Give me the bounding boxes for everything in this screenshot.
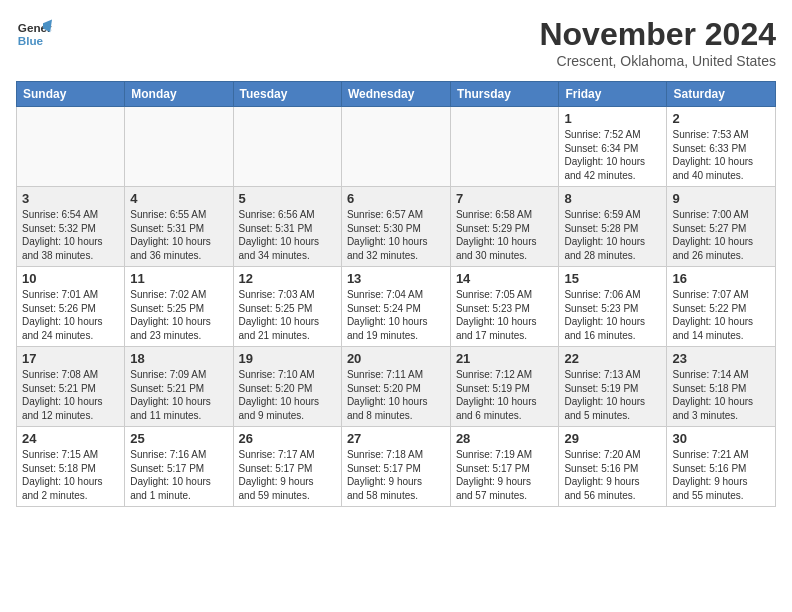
day-number: 18	[130, 351, 227, 366]
calendar-row-3: 17Sunrise: 7:08 AM Sunset: 5:21 PM Dayli…	[17, 347, 776, 427]
calendar-row-2: 10Sunrise: 7:01 AM Sunset: 5:26 PM Dayli…	[17, 267, 776, 347]
day-number: 16	[672, 271, 770, 286]
day-info: Sunrise: 6:55 AM Sunset: 5:31 PM Dayligh…	[130, 208, 227, 262]
day-number: 14	[456, 271, 554, 286]
day-number: 28	[456, 431, 554, 446]
calendar-cell: 28Sunrise: 7:19 AM Sunset: 5:17 PM Dayli…	[450, 427, 559, 507]
calendar-cell: 20Sunrise: 7:11 AM Sunset: 5:20 PM Dayli…	[341, 347, 450, 427]
day-number: 10	[22, 271, 119, 286]
day-number: 24	[22, 431, 119, 446]
day-number: 30	[672, 431, 770, 446]
day-info: Sunrise: 7:15 AM Sunset: 5:18 PM Dayligh…	[22, 448, 119, 502]
day-number: 11	[130, 271, 227, 286]
day-info: Sunrise: 7:52 AM Sunset: 6:34 PM Dayligh…	[564, 128, 661, 182]
calendar-cell: 5Sunrise: 6:56 AM Sunset: 5:31 PM Daylig…	[233, 187, 341, 267]
calendar-cell: 23Sunrise: 7:14 AM Sunset: 5:18 PM Dayli…	[667, 347, 776, 427]
calendar-cell: 6Sunrise: 6:57 AM Sunset: 5:30 PM Daylig…	[341, 187, 450, 267]
calendar-cell: 8Sunrise: 6:59 AM Sunset: 5:28 PM Daylig…	[559, 187, 667, 267]
calendar-cell: 30Sunrise: 7:21 AM Sunset: 5:16 PM Dayli…	[667, 427, 776, 507]
weekday-header-tuesday: Tuesday	[233, 82, 341, 107]
calendar: SundayMondayTuesdayWednesdayThursdayFrid…	[16, 81, 776, 507]
day-info: Sunrise: 7:20 AM Sunset: 5:16 PM Dayligh…	[564, 448, 661, 502]
page-header: General Blue November 2024 Crescent, Okl…	[16, 16, 776, 69]
calendar-cell: 10Sunrise: 7:01 AM Sunset: 5:26 PM Dayli…	[17, 267, 125, 347]
calendar-cell: 17Sunrise: 7:08 AM Sunset: 5:21 PM Dayli…	[17, 347, 125, 427]
day-info: Sunrise: 7:09 AM Sunset: 5:21 PM Dayligh…	[130, 368, 227, 422]
calendar-cell: 12Sunrise: 7:03 AM Sunset: 5:25 PM Dayli…	[233, 267, 341, 347]
day-info: Sunrise: 7:01 AM Sunset: 5:26 PM Dayligh…	[22, 288, 119, 342]
calendar-cell: 13Sunrise: 7:04 AM Sunset: 5:24 PM Dayli…	[341, 267, 450, 347]
month-title: November 2024	[539, 16, 776, 53]
weekday-header-friday: Friday	[559, 82, 667, 107]
day-number: 26	[239, 431, 336, 446]
day-number: 3	[22, 191, 119, 206]
day-number: 29	[564, 431, 661, 446]
calendar-cell	[341, 107, 450, 187]
weekday-header-saturday: Saturday	[667, 82, 776, 107]
day-number: 25	[130, 431, 227, 446]
calendar-cell	[450, 107, 559, 187]
day-number: 6	[347, 191, 445, 206]
day-info: Sunrise: 6:54 AM Sunset: 5:32 PM Dayligh…	[22, 208, 119, 262]
calendar-cell: 27Sunrise: 7:18 AM Sunset: 5:17 PM Dayli…	[341, 427, 450, 507]
day-info: Sunrise: 7:14 AM Sunset: 5:18 PM Dayligh…	[672, 368, 770, 422]
calendar-cell: 29Sunrise: 7:20 AM Sunset: 5:16 PM Dayli…	[559, 427, 667, 507]
calendar-cell	[125, 107, 233, 187]
day-info: Sunrise: 7:07 AM Sunset: 5:22 PM Dayligh…	[672, 288, 770, 342]
calendar-cell: 25Sunrise: 7:16 AM Sunset: 5:17 PM Dayli…	[125, 427, 233, 507]
day-info: Sunrise: 6:59 AM Sunset: 5:28 PM Dayligh…	[564, 208, 661, 262]
day-number: 15	[564, 271, 661, 286]
day-info: Sunrise: 7:08 AM Sunset: 5:21 PM Dayligh…	[22, 368, 119, 422]
calendar-cell: 1Sunrise: 7:52 AM Sunset: 6:34 PM Daylig…	[559, 107, 667, 187]
calendar-row-4: 24Sunrise: 7:15 AM Sunset: 5:18 PM Dayli…	[17, 427, 776, 507]
calendar-cell: 3Sunrise: 6:54 AM Sunset: 5:32 PM Daylig…	[17, 187, 125, 267]
day-info: Sunrise: 7:05 AM Sunset: 5:23 PM Dayligh…	[456, 288, 554, 342]
weekday-header-sunday: Sunday	[17, 82, 125, 107]
location-title: Crescent, Oklahoma, United States	[539, 53, 776, 69]
day-number: 21	[456, 351, 554, 366]
day-info: Sunrise: 6:58 AM Sunset: 5:29 PM Dayligh…	[456, 208, 554, 262]
day-info: Sunrise: 7:02 AM Sunset: 5:25 PM Dayligh…	[130, 288, 227, 342]
day-info: Sunrise: 7:18 AM Sunset: 5:17 PM Dayligh…	[347, 448, 445, 502]
calendar-cell: 18Sunrise: 7:09 AM Sunset: 5:21 PM Dayli…	[125, 347, 233, 427]
weekday-header-monday: Monday	[125, 82, 233, 107]
title-block: November 2024 Crescent, Oklahoma, United…	[539, 16, 776, 69]
day-info: Sunrise: 7:13 AM Sunset: 5:19 PM Dayligh…	[564, 368, 661, 422]
day-info: Sunrise: 7:11 AM Sunset: 5:20 PM Dayligh…	[347, 368, 445, 422]
svg-text:Blue: Blue	[18, 34, 44, 47]
calendar-header-row: SundayMondayTuesdayWednesdayThursdayFrid…	[17, 82, 776, 107]
calendar-cell: 16Sunrise: 7:07 AM Sunset: 5:22 PM Dayli…	[667, 267, 776, 347]
calendar-cell: 24Sunrise: 7:15 AM Sunset: 5:18 PM Dayli…	[17, 427, 125, 507]
day-number: 4	[130, 191, 227, 206]
day-number: 22	[564, 351, 661, 366]
day-number: 8	[564, 191, 661, 206]
day-info: Sunrise: 7:12 AM Sunset: 5:19 PM Dayligh…	[456, 368, 554, 422]
calendar-cell: 7Sunrise: 6:58 AM Sunset: 5:29 PM Daylig…	[450, 187, 559, 267]
weekday-header-thursday: Thursday	[450, 82, 559, 107]
day-info: Sunrise: 7:17 AM Sunset: 5:17 PM Dayligh…	[239, 448, 336, 502]
calendar-row-0: 1Sunrise: 7:52 AM Sunset: 6:34 PM Daylig…	[17, 107, 776, 187]
day-number: 1	[564, 111, 661, 126]
calendar-cell: 9Sunrise: 7:00 AM Sunset: 5:27 PM Daylig…	[667, 187, 776, 267]
logo-icon: General Blue	[16, 16, 52, 52]
calendar-cell: 14Sunrise: 7:05 AM Sunset: 5:23 PM Dayli…	[450, 267, 559, 347]
day-info: Sunrise: 7:21 AM Sunset: 5:16 PM Dayligh…	[672, 448, 770, 502]
day-number: 2	[672, 111, 770, 126]
day-number: 13	[347, 271, 445, 286]
day-info: Sunrise: 7:03 AM Sunset: 5:25 PM Dayligh…	[239, 288, 336, 342]
calendar-cell	[17, 107, 125, 187]
calendar-cell: 21Sunrise: 7:12 AM Sunset: 5:19 PM Dayli…	[450, 347, 559, 427]
weekday-header-wednesday: Wednesday	[341, 82, 450, 107]
calendar-row-1: 3Sunrise: 6:54 AM Sunset: 5:32 PM Daylig…	[17, 187, 776, 267]
day-info: Sunrise: 7:00 AM Sunset: 5:27 PM Dayligh…	[672, 208, 770, 262]
day-info: Sunrise: 7:53 AM Sunset: 6:33 PM Dayligh…	[672, 128, 770, 182]
calendar-cell: 2Sunrise: 7:53 AM Sunset: 6:33 PM Daylig…	[667, 107, 776, 187]
calendar-cell: 22Sunrise: 7:13 AM Sunset: 5:19 PM Dayli…	[559, 347, 667, 427]
calendar-cell: 26Sunrise: 7:17 AM Sunset: 5:17 PM Dayli…	[233, 427, 341, 507]
calendar-cell: 15Sunrise: 7:06 AM Sunset: 5:23 PM Dayli…	[559, 267, 667, 347]
day-number: 5	[239, 191, 336, 206]
day-number: 27	[347, 431, 445, 446]
day-info: Sunrise: 6:56 AM Sunset: 5:31 PM Dayligh…	[239, 208, 336, 262]
day-info: Sunrise: 6:57 AM Sunset: 5:30 PM Dayligh…	[347, 208, 445, 262]
calendar-cell: 19Sunrise: 7:10 AM Sunset: 5:20 PM Dayli…	[233, 347, 341, 427]
